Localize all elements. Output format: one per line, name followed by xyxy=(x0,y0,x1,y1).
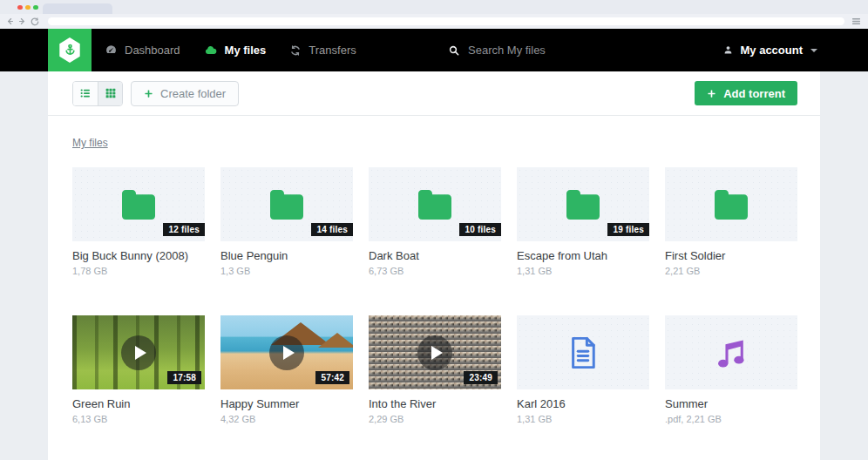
search-input[interactable] xyxy=(468,44,616,57)
duration-badge: 23:49 xyxy=(464,371,498,384)
browser-chrome xyxy=(0,0,868,29)
duration-badge: 17:58 xyxy=(167,371,201,384)
file-size: 6,13 GB xyxy=(72,414,205,424)
app-navbar: Dashboard My files Transfers xyxy=(0,29,868,71)
file-name[interactable]: Blue Penguin xyxy=(220,249,353,262)
file-name[interactable]: Happy Summer xyxy=(220,397,353,410)
create-folder-button[interactable]: Create folder xyxy=(131,81,239,106)
music-thumbnail[interactable] xyxy=(665,315,797,389)
file-card[interactable]: 57:42 Happy Summer 4,32 GB xyxy=(220,315,353,424)
folder-icon xyxy=(415,188,455,221)
file-card[interactable]: Summer .pdf, 2,21 GB xyxy=(665,315,797,424)
video-thumbnail[interactable]: 17:58 xyxy=(72,315,205,389)
file-count-badge: 10 files xyxy=(459,223,501,236)
nav-item-dashboard[interactable]: Dashboard xyxy=(105,44,180,57)
search-bar xyxy=(448,29,616,71)
file-name[interactable]: First Soldier xyxy=(665,249,797,262)
add-torrent-button[interactable]: Add torrent xyxy=(695,81,797,105)
list-view-icon xyxy=(79,87,92,99)
close-window-icon[interactable] xyxy=(17,5,23,10)
view-toggle xyxy=(72,81,123,106)
browser-tab[interactable] xyxy=(43,3,112,14)
file-card[interactable]: 14 files Blue Penguin 1,3 GB xyxy=(220,167,353,276)
file-size: 2,21 GB xyxy=(665,266,797,276)
folder-thumbnail[interactable]: 12 files xyxy=(72,167,205,241)
folder-thumbnail[interactable]: 10 files xyxy=(369,167,501,241)
file-grid: 12 files Big Buck Bunny (2008) 1,78 GB 1… xyxy=(72,167,813,460)
content-panel: Create folder Add torrent My files 12 fi… xyxy=(48,71,820,460)
list-view-button[interactable] xyxy=(73,82,98,105)
document-icon xyxy=(565,335,601,371)
folder-icon xyxy=(563,188,603,221)
grid-view-icon xyxy=(105,87,117,99)
anchor-icon xyxy=(63,43,78,58)
grid-view-button[interactable] xyxy=(98,82,122,105)
file-card[interactable]: First Soldier 2,21 GB xyxy=(665,167,797,276)
video-thumbnail[interactable]: 57:42 xyxy=(220,315,353,389)
play-icon[interactable] xyxy=(417,335,452,370)
url-bar[interactable] xyxy=(48,17,844,25)
nav-item-my-files[interactable]: My files xyxy=(204,44,267,58)
play-icon[interactable] xyxy=(121,335,156,370)
maximize-window-icon[interactable] xyxy=(33,5,38,10)
file-card[interactable]: 23:49 Into the River 2,29 GB xyxy=(369,315,501,424)
minimize-window-icon[interactable] xyxy=(25,5,31,10)
file-size: 6,73 GB xyxy=(369,266,501,276)
forward-icon[interactable] xyxy=(18,17,26,25)
plus-icon xyxy=(144,89,153,98)
folder-thumbnail[interactable] xyxy=(665,167,797,241)
file-card[interactable]: Karl 2016 1,31 GB xyxy=(517,315,649,424)
folder-thumbnail[interactable]: 19 files xyxy=(517,167,649,241)
browser-menu-icon[interactable] xyxy=(851,17,861,25)
folder-icon xyxy=(267,188,307,221)
file-name[interactable]: Summer xyxy=(665,397,797,410)
gauge-icon xyxy=(105,44,118,57)
play-icon[interactable] xyxy=(269,335,304,370)
add-torrent-label: Add torrent xyxy=(723,87,785,100)
nav-item-transfers[interactable]: Transfers xyxy=(289,44,356,57)
files-toolbar: Create folder Add torrent xyxy=(48,71,820,116)
file-size: 1,31 GB xyxy=(517,414,649,424)
plus-icon xyxy=(707,89,716,98)
create-folder-label: Create folder xyxy=(160,87,226,100)
file-card[interactable]: 17:58 Green Ruin 6,13 GB xyxy=(72,315,205,424)
folder-thumbnail[interactable]: 14 files xyxy=(220,167,353,241)
video-thumbnail[interactable]: 23:49 xyxy=(369,315,501,389)
file-name[interactable]: Escape from Utah xyxy=(517,249,649,262)
nav-label: My files xyxy=(225,44,267,57)
file-size: 1,31 GB xyxy=(517,266,649,276)
brand-logo[interactable] xyxy=(48,29,92,74)
breadcrumb: My files xyxy=(72,137,820,149)
file-card[interactable]: 10 files Dark Boat 6,73 GB xyxy=(369,167,501,276)
file-name[interactable]: Dark Boat xyxy=(369,249,501,262)
primary-nav: Dashboard My files Transfers xyxy=(105,44,356,58)
page-background: Create folder Add torrent My files 12 fi… xyxy=(0,71,868,460)
file-name[interactable]: Into the River xyxy=(369,397,501,410)
document-thumbnail[interactable] xyxy=(517,315,649,389)
file-count-badge: 12 files xyxy=(163,223,205,236)
sync-icon xyxy=(289,44,302,57)
cloud-icon xyxy=(204,44,218,58)
browser-tab-strip xyxy=(0,0,868,14)
duration-badge: 57:42 xyxy=(315,371,349,384)
chevron-down-icon xyxy=(810,49,817,52)
hexagon-shape xyxy=(58,37,81,63)
file-card[interactable]: 12 files Big Buck Bunny (2008) 1,78 GB xyxy=(72,167,205,276)
file-size: 2,29 GB xyxy=(369,414,501,424)
file-name[interactable]: Big Buck Bunny (2008) xyxy=(72,249,205,262)
account-menu[interactable]: My account xyxy=(722,29,817,71)
nav-label: Dashboard xyxy=(125,44,180,57)
file-name[interactable]: Karl 2016 xyxy=(517,397,649,410)
file-size: 1,3 GB xyxy=(220,266,353,276)
breadcrumb-my-files-link[interactable]: My files xyxy=(72,137,108,149)
back-icon[interactable] xyxy=(6,17,14,25)
refresh-icon[interactable] xyxy=(31,17,39,26)
file-count-badge: 19 files xyxy=(607,223,649,236)
file-size: 4,32 GB xyxy=(220,414,353,424)
file-count-badge: 14 files xyxy=(311,223,353,236)
file-card[interactable]: 19 files Escape from Utah 1,31 GB xyxy=(517,167,649,276)
file-name[interactable]: Green Ruin xyxy=(72,397,205,410)
file-size: 1,78 GB xyxy=(72,266,205,276)
music-note-icon xyxy=(712,335,750,370)
window-controls[interactable] xyxy=(17,5,38,10)
